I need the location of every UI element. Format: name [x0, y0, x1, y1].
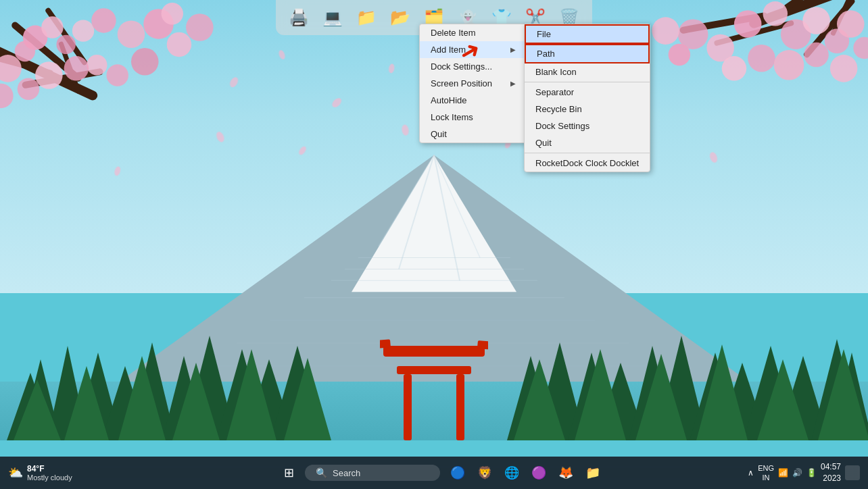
menu-separator-item[interactable]: Separator: [525, 84, 650, 101]
taskbar-app-chrome[interactable]: 🌐: [500, 461, 524, 485]
taskbar-right: ∧ ENGIN 📶 🔊 🔋 04:57 2023: [748, 461, 868, 484]
start-button[interactable]: ⊞: [278, 462, 299, 484]
submenu-arrow: ▶: [510, 46, 516, 53]
weather-condition: Mostly cloudy: [27, 473, 72, 482]
search-icon: 🔍: [316, 467, 327, 478]
taskbar-app-purple[interactable]: 🟣: [527, 461, 551, 485]
taskbar-center: ⊞ 🔍 Search 🔵 🦁 🌐 🟣 🦊 📁: [135, 461, 748, 485]
taskbar: ⛅ 84°F Mostly cloudy ⊞ 🔍 Search 🔵 🦁 🌐 🟣 …: [0, 457, 868, 489]
dock-icon-computer[interactable]: 💻: [318, 3, 347, 32]
context-menu-secondary: File Path Blank Icon Separator Recycle B…: [524, 24, 650, 172]
volume-icon[interactable]: 🔊: [792, 468, 802, 478]
menu-lock-items[interactable]: Lock Items: [420, 109, 527, 126]
wifi-icon[interactable]: 📶: [778, 468, 788, 478]
menu-quit[interactable]: Quit: [420, 126, 527, 143]
dock-icon-printer[interactable]: 🖨️: [284, 3, 314, 32]
svg-rect-115: [477, 340, 488, 350]
menu-autohide[interactable]: AutoHide: [420, 92, 527, 109]
desktop: 🖨️ 💻 📁 📂 🗂️ 👻 👕 ✂️ 🗑️ Delete Item Add It…: [0, 0, 868, 489]
weather-icon: ⛅: [8, 465, 23, 480]
menu-delete-item[interactable]: Delete Item: [420, 24, 527, 41]
clock-widget[interactable]: 04:57 2023: [821, 461, 841, 484]
weather-widget[interactable]: ⛅ 84°F Mostly cloudy: [8, 464, 72, 482]
taskbar-left: ⛅ 84°F Mostly cloudy: [0, 464, 135, 482]
svg-rect-114: [380, 339, 391, 349]
menu-screen-position[interactable]: Screen Position ▶: [420, 75, 527, 92]
menu-separator1: [525, 82, 650, 82]
menu-file[interactable]: File: [525, 24, 650, 44]
taskbar-app-blue[interactable]: 🔵: [445, 461, 470, 485]
temperature: 84°F: [27, 464, 72, 473]
clock-time: 04:57: [821, 461, 841, 473]
taskbar-app-firefox[interactable]: 🦊: [554, 461, 578, 485]
svg-rect-113: [456, 374, 464, 440]
menu-separator2: [525, 153, 650, 153]
menu-rocketdock[interactable]: RocketDock Clock Docklet: [525, 155, 650, 172]
menu-dock-settings[interactable]: Dock Settings...: [420, 58, 527, 75]
torii-gate: [380, 332, 488, 440]
language-widget[interactable]: ENGIN: [758, 463, 774, 483]
show-desktop-button[interactable]: [845, 465, 860, 480]
search-bar[interactable]: 🔍 Search: [305, 465, 440, 481]
search-label: Search: [333, 468, 360, 478]
dock-icon-folder2[interactable]: 📂: [385, 3, 415, 32]
taskbar-app-icons: 🔵 🦁 🌐 🟣 🦊 📁: [445, 461, 605, 485]
tray-icons: ∧: [748, 468, 754, 478]
menu-blank-icon[interactable]: Blank Icon: [525, 63, 650, 80]
svg-rect-111: [397, 366, 471, 374]
clock-date: 2023: [821, 473, 841, 484]
battery-icon[interactable]: 🔋: [806, 468, 817, 478]
submenu-arrow2: ▶: [510, 80, 516, 87]
taskbar-app-brave[interactable]: 🦁: [473, 461, 497, 485]
weather-info: 84°F Mostly cloudy: [27, 464, 72, 482]
menu-dock-settings2[interactable]: Dock Settings: [525, 118, 650, 134]
dock-icon-folder1[interactable]: 📁: [352, 3, 381, 32]
menu-quit2[interactable]: Quit: [525, 134, 650, 151]
svg-rect-112: [404, 374, 412, 440]
tray-expand[interactable]: ∧: [748, 468, 754, 478]
system-tray: ∧ ENGIN 📶 🔊 🔋 04:57 2023: [748, 461, 860, 484]
menu-add-item[interactable]: Add Item ▶: [420, 41, 527, 58]
taskbar-app-folder[interactable]: 📁: [581, 461, 605, 485]
svg-rect-110: [383, 346, 485, 357]
context-menu-primary: Delete Item Add Item ▶ Dock Settings... …: [419, 24, 527, 143]
menu-recycle-bin[interactable]: Recycle Bin: [525, 101, 650, 118]
menu-path[interactable]: Path: [525, 44, 650, 63]
